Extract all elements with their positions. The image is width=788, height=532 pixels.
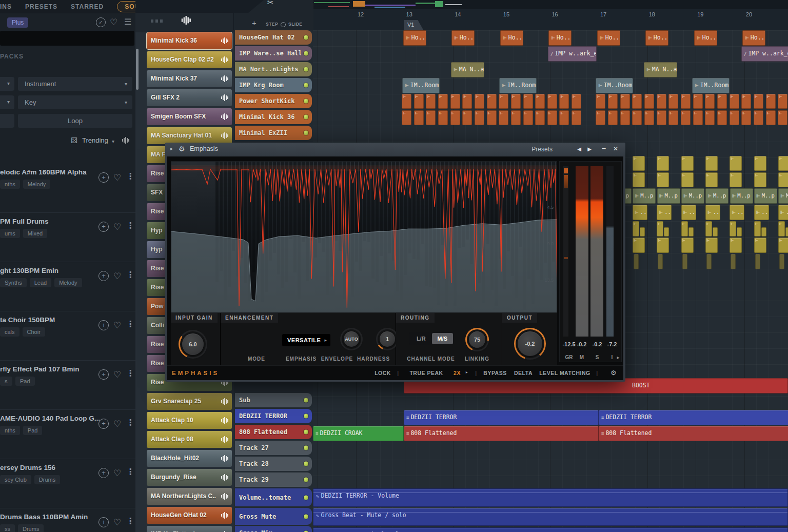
- channel-button[interactable]: IMP K...Flatteni..: [147, 526, 232, 532]
- menu-icon[interactable]: ☰: [124, 17, 131, 27]
- beat-cell-clip[interactable]: ⊩: [681, 94, 691, 109]
- playlist-track-header[interactable]: MA Nort..nLights: [235, 62, 312, 76]
- delta-button[interactable]: DELTA: [514, 370, 533, 376]
- playlist-clip[interactable]: ∕IMP w..ark_e: [741, 46, 788, 62]
- beat-cell-clip[interactable]: ⊩: [741, 110, 751, 125]
- lock-button[interactable]: LOCK: [375, 370, 391, 376]
- channel-button[interactable]: HouseGen OHat 02: [147, 507, 232, 524]
- beat-cell-clip[interactable]: ⊩: [657, 94, 666, 109]
- playlist-clip[interactable]: ⊩Ho..: [597, 30, 620, 46]
- beat-cell-clip[interactable]: ⊩: [438, 110, 448, 125]
- beat-cell-clip[interactable]: ⊩: [608, 94, 618, 109]
- pattern-cell-clip[interactable]: ⊩: [657, 156, 669, 171]
- favorite-icon[interactable]: ♡: [113, 222, 121, 232]
- level-matching-button[interactable]: LEVEL MATCHING: [539, 370, 590, 376]
- pattern-cell-clip[interactable]: ⊩..: [681, 205, 696, 220]
- playlist-clip[interactable]: ⊩IM..Room: [692, 78, 730, 93]
- pattern-cell-clip[interactable]: ⊩: [633, 238, 645, 253]
- pattern-cell-clip[interactable]: ⊩: [681, 172, 694, 187]
- beat-cell-clip[interactable]: ⊩: [717, 110, 727, 125]
- beat-cell-clip[interactable]: ⊩: [402, 110, 411, 125]
- plugin-titlebar[interactable]: ▸ ⚙ Emphasis Presets ◀ ▶ – ✕: [165, 143, 625, 156]
- track-mute-led[interactable]: [304, 446, 308, 450]
- list-item[interactable]: AME-AUDIO 140 Pad Loop G...nthsPad+♡⋮: [0, 409, 135, 459]
- filter-button-cut[interactable]: [0, 114, 14, 128]
- beat-cell-clip[interactable]: ⊩: [608, 110, 618, 125]
- beat-cell-clip[interactable]: ⊩: [730, 110, 739, 125]
- beat-cell-clip[interactable]: ⊩: [487, 94, 497, 109]
- pattern-cell-clip[interactable]: [706, 254, 712, 269]
- channel-button[interactable]: HouseGen Clap 02 #2: [147, 51, 232, 68]
- pattern-cell-clip[interactable]: ⊩: [657, 172, 669, 187]
- favorite-icon[interactable]: ♡: [113, 172, 121, 183]
- pattern-cell-clip[interactable]: [664, 227, 669, 237]
- pattern-cell-clip[interactable]: ⊩: [778, 172, 788, 187]
- pattern-cell-clip[interactable]: ⊩M..p: [778, 188, 788, 204]
- track-mute-led[interactable]: [304, 51, 308, 56]
- beat-cell-clip[interactable]: ⊩: [450, 94, 460, 109]
- playlist-clip[interactable]: ⊩Ho..: [451, 30, 475, 46]
- add-icon[interactable]: +: [98, 517, 109, 527]
- playlist-track-header[interactable]: Track 29: [235, 472, 312, 487]
- playlist-clip[interactable]: ⊩Ho..: [403, 30, 426, 46]
- pattern-cell-clip[interactable]: [682, 254, 687, 269]
- preset-next-icon[interactable]: ▶: [587, 146, 592, 152]
- beat-cell-clip[interactable]: ⊩: [414, 94, 424, 109]
- pattern-cell-clip[interactable]: [761, 227, 766, 237]
- beat-cell-clip[interactable]: ⊩: [644, 110, 654, 125]
- pattern-cell-clip[interactable]: [731, 254, 736, 269]
- key-dropdown[interactable]: Key ▾: [18, 95, 132, 109]
- beat-cell-clip[interactable]: ⊩: [572, 94, 581, 109]
- search-bar[interactable]: [0, 31, 134, 46]
- pattern-cell-clip[interactable]: [688, 227, 694, 237]
- pattern-cell-clip[interactable]: ⊩..: [705, 205, 720, 220]
- add-icon[interactable]: +: [98, 172, 109, 183]
- playlist-track-header[interactable]: IMP Krg Room: [235, 78, 312, 92]
- more-options-icon[interactable]: ⋮: [126, 319, 134, 329]
- plus-filter-chip[interactable]: Plus: [7, 17, 28, 28]
- pattern-cell-clip[interactable]: ⊩M..p: [681, 188, 704, 204]
- loop-button[interactable]: Loop: [18, 114, 132, 128]
- beat-cell-clip[interactable]: ⊩: [644, 94, 654, 109]
- beat-cell-clip[interactable]: ⊩: [754, 94, 763, 109]
- pattern-cell-clip[interactable]: ⊩: [705, 238, 718, 253]
- pattern-cell-clip[interactable]: ⊩..: [754, 205, 769, 220]
- close-icon[interactable]: ✕: [613, 145, 618, 152]
- playlist-track-header[interactable]: Minimal Kick 36: [235, 110, 312, 124]
- beat-cell-clip[interactable]: ⊩: [766, 110, 776, 125]
- pattern-cell-clip[interactable]: ⊩: [754, 221, 761, 237]
- beat-cell-clip[interactable]: ⊩: [499, 110, 508, 125]
- channel-button[interactable]: MA NorthernLights C..: [147, 488, 232, 505]
- pattern-cell-clip[interactable]: [779, 254, 784, 269]
- beat-cell-clip[interactable]: ⊩: [535, 110, 545, 125]
- mode-dropdown[interactable]: VERSATILE ▸: [282, 334, 330, 346]
- filter-dropdown-cut[interactable]: ▾: [0, 95, 14, 109]
- beat-cell-clip[interactable]: ⊩: [559, 110, 569, 125]
- add-icon[interactable]: +: [98, 468, 109, 478]
- beat-cell-clip[interactable]: ⊩: [766, 94, 776, 109]
- pattern-cell-clip[interactable]: [737, 227, 742, 237]
- preset-prev-icon[interactable]: ◀: [577, 146, 581, 152]
- pattern-cell-clip[interactable]: ⊩: [778, 221, 785, 237]
- pattern-cell-clip[interactable]: ⊩..: [730, 205, 744, 220]
- add-icon[interactable]: +: [98, 369, 109, 380]
- channel-button[interactable]: MA Sanctuary Hat 01: [147, 127, 232, 144]
- tab-starred[interactable]: STARRED: [71, 3, 104, 10]
- more-options-icon[interactable]: ⋮: [126, 221, 134, 230]
- pattern-cell-clip[interactable]: ⊩: [681, 238, 694, 253]
- more-options-icon[interactable]: ⋮: [126, 418, 134, 427]
- channel-button[interactable]: Attack Clap 08: [147, 431, 232, 448]
- beat-cell-clip[interactable]: ⊩: [620, 94, 630, 109]
- playlist-track-header[interactable]: Minimal ExZII: [235, 126, 312, 140]
- filter-dropdown-cut[interactable]: ▾: [0, 77, 14, 91]
- beat-cell-clip[interactable]: ⊩: [547, 110, 557, 125]
- channel-button[interactable]: Minimal Kick 37: [147, 70, 232, 87]
- track-mute-led[interactable]: [304, 462, 308, 466]
- playlist-clip[interactable]: ≡DEDZII TERROR: [599, 410, 788, 425]
- pattern-cell-clip[interactable]: [755, 254, 760, 269]
- beat-cell-clip[interactable]: ⊩: [462, 94, 472, 109]
- more-options-icon[interactable]: ⋮: [126, 467, 134, 477]
- beat-cell-clip[interactable]: ⊩: [499, 94, 508, 109]
- pattern-cell-clip[interactable]: ⊩: [778, 238, 788, 253]
- playlist-track-header[interactable]: Sub: [235, 393, 312, 407]
